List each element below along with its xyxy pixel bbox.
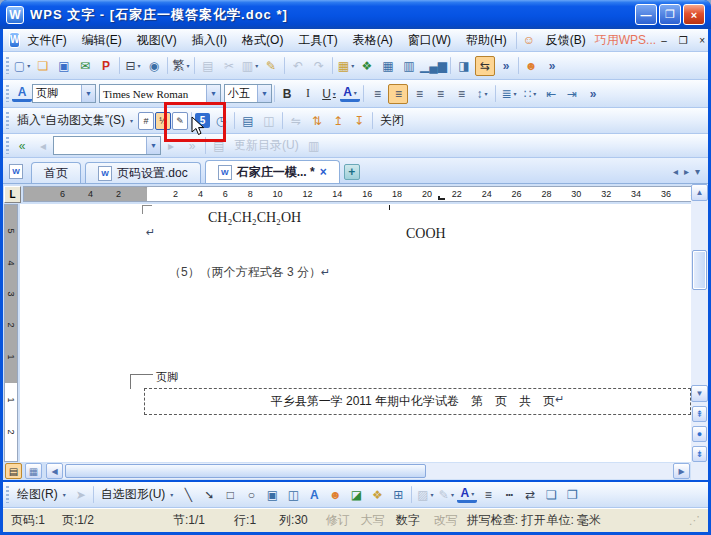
document-page[interactable]: CH₂CH₂CH₂OH COOH ↵ （5）（两个方程式各 3 分）↵ 页脚 平… — [20, 204, 691, 462]
footer-area[interactable]: 平乡县第一学 2011 年期中化学试卷 第 页 共 页↵ — [144, 388, 691, 415]
center-tab-marker[interactable] — [438, 196, 445, 200]
insert-autotext-button[interactable]: 插入“自动图文集”(S) — [12, 111, 138, 131]
picture-button[interactable]: ◪ — [346, 485, 366, 505]
toolbar-grip[interactable] — [6, 486, 9, 503]
underline-button[interactable]: U — [319, 84, 339, 104]
columns-button[interactable]: ▥ — [399, 56, 419, 76]
back-button[interactable]: ◂ — [33, 136, 53, 156]
previous-page-button[interactable]: ⇞ — [692, 406, 707, 422]
tab-scroll-right-button[interactable]: ▸ — [684, 166, 689, 177]
doc-close-button[interactable]: × — [694, 33, 710, 48]
horizontal-ruler[interactable]: 642 2468101214161820222426283032343638 — [23, 186, 705, 202]
frame-button[interactable]: ⊞ — [388, 485, 408, 505]
insert-time-button[interactable]: ◷ — [211, 111, 231, 131]
select-browse-object-button[interactable]: ● — [692, 426, 707, 442]
tab-list-button[interactable]: ▾ — [695, 166, 700, 177]
scroll-left-button[interactable]: ◀ — [46, 463, 63, 479]
format-painter-button[interactable]: ✎ — [261, 56, 281, 76]
document-map-button[interactable]: ◨ — [454, 56, 474, 76]
open-button[interactable]: ❏ — [33, 56, 53, 76]
draw-font-color-button[interactable]: A — [457, 486, 477, 503]
decrease-indent-button[interactable]: ⇤ — [541, 84, 561, 104]
styles-and-formatting-icon[interactable]: A — [12, 85, 32, 102]
insert-hyperlink-button[interactable]: ❖ — [357, 56, 377, 76]
toolbar-overflow-chevron[interactable]: » — [496, 56, 516, 76]
menu-item-feedback[interactable]: 反馈(B) — [539, 30, 593, 51]
wps-tips-link[interactable]: 巧用WPS... — [595, 32, 656, 49]
close-header-footer-button[interactable]: 关闭 — [375, 111, 409, 131]
toc-level-select[interactable]: ▼ — [53, 136, 161, 155]
scroll-up-button[interactable]: ▲ — [691, 184, 708, 201]
chevron-down-icon[interactable]: ▼ — [81, 85, 95, 102]
tab-scroll-left-button[interactable]: ◂ — [673, 166, 678, 177]
shadow-button[interactable]: ❏ — [541, 485, 561, 505]
insert-date-button[interactable]: 5 — [195, 113, 210, 128]
forward-button[interactable]: ▸ — [161, 136, 181, 156]
update-toc-button[interactable]: 更新目录(U) — [229, 136, 304, 156]
justify-button[interactable]: ≡ — [430, 84, 450, 104]
chart-button[interactable]: ▁▄▆ — [420, 56, 447, 76]
clipart-button[interactable]: ☻ — [325, 485, 345, 505]
page-number-format-button[interactable]: ✎ — [172, 112, 188, 130]
toolbar-overflow-chevron[interactable]: » — [542, 56, 562, 76]
indent-markers[interactable] — [142, 187, 151, 202]
insert-table-button[interactable]: ▦ — [336, 56, 356, 76]
new-button[interactable]: ▢ — [12, 56, 32, 76]
cut-button[interactable]: ✂ — [219, 56, 239, 76]
print-preview-button[interactable]: ◉ — [144, 56, 164, 76]
style-select[interactable]: 页脚▼ — [32, 84, 96, 103]
line-spacing-button[interactable]: ↕ — [472, 84, 492, 104]
doc-restore-button[interactable]: ❐ — [675, 33, 691, 48]
switch-header-footer-button[interactable]: ⇅ — [307, 111, 327, 131]
insert-page-count-button[interactable]: ½ — [155, 112, 171, 130]
print-button[interactable]: ⊟ — [123, 56, 143, 76]
new-tab-button[interactable]: + — [344, 164, 360, 180]
help-person-button[interactable]: ☻ — [521, 56, 541, 76]
scroll-down-button[interactable]: ▼ — [691, 385, 708, 402]
show-formatting-marks-button[interactable]: ⇆ — [475, 56, 495, 76]
font-select[interactable]: Times New Roman▼ — [99, 84, 221, 103]
tab-page-number-doc[interactable]: W 页码设置.doc — [85, 162, 201, 183]
redo-button[interactable]: ↷ — [309, 56, 329, 76]
outline-view-button[interactable]: ▦ — [25, 463, 42, 479]
tab-active-document[interactable]: W 石家庄一模... * × — [205, 160, 340, 183]
doc-minimize-button[interactable]: – — [656, 33, 672, 48]
distribute-button[interactable]: ≡ — [451, 84, 471, 104]
increase-indent-button[interactable]: ⇥ — [562, 84, 582, 104]
export-pdf-button[interactable]: P — [96, 56, 116, 76]
align-center-button[interactable]: ≡ — [388, 84, 408, 104]
toolbar-overflow-chevron[interactable]: » — [583, 84, 603, 104]
draw-menu-button[interactable]: 绘图(R) — [12, 485, 71, 505]
scroll-right-button[interactable]: ▶ — [673, 463, 690, 479]
rectangle-button[interactable]: □ — [220, 485, 240, 505]
wordart-button[interactable]: A — [304, 485, 324, 505]
toolbar-grip[interactable] — [6, 85, 9, 102]
select-objects-button[interactable]: ➤ — [71, 485, 91, 505]
oval-button[interactable]: ○ — [241, 485, 261, 505]
close-button[interactable]: × — [683, 4, 705, 25]
minimize-button[interactable]: — — [635, 4, 657, 25]
toolbar-grip[interactable] — [6, 137, 9, 154]
vertical-scrollbar[interactable]: ▲ ▼ ⇞ ● ⇟ — [691, 184, 708, 480]
bullet-list-button[interactable]: ∷ — [520, 84, 540, 104]
line-button[interactable]: ╲ — [178, 485, 198, 505]
link-to-previous-button[interactable]: ⇋ — [286, 111, 306, 131]
font-color-button[interactable]: A — [340, 85, 360, 102]
line-color-button[interactable]: ✎ — [436, 485, 456, 505]
page-setup-button[interactable]: ▤ — [238, 111, 258, 131]
threed-button[interactable]: ❐ — [562, 485, 582, 505]
save-button[interactable]: ▣ — [54, 56, 74, 76]
align-left-button[interactable]: ≡ — [367, 84, 387, 104]
dash-style-button[interactable]: ┅ — [499, 485, 519, 505]
show-hide-body-button[interactable]: ◫ — [259, 111, 279, 131]
align-right-button[interactable]: ≡ — [409, 84, 429, 104]
textbox-button[interactable]: ▣ — [262, 485, 282, 505]
vertical-textbox-button[interactable]: ◫ — [283, 485, 303, 505]
toolbar-grip[interactable] — [6, 57, 9, 74]
tab-home[interactable]: 首页 — [31, 162, 81, 183]
resize-grip[interactable]: ⋰ — [689, 514, 700, 527]
maximize-button[interactable]: ❐ — [659, 4, 681, 25]
jump-forward-button[interactable]: » — [182, 136, 202, 156]
title-bar[interactable]: W WPS 文字 - [石家庄一模答案化学.doc *] —❐× — [0, 0, 711, 29]
chevron-down-icon[interactable]: ▼ — [206, 85, 220, 102]
